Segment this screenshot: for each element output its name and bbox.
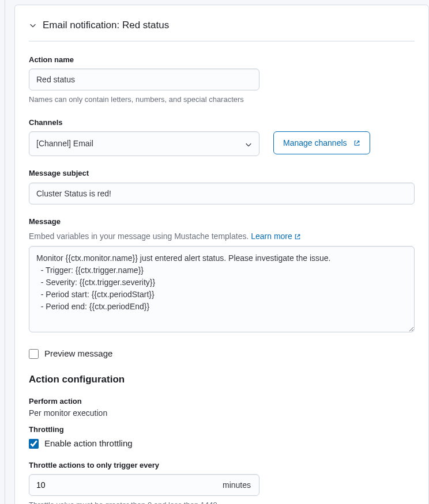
accordion-title: Email notification: Red status	[43, 18, 169, 33]
throttling-label: Throttling	[29, 424, 415, 435]
channels-select[interactable]: [Channel] Email	[29, 131, 259, 156]
chevron-down-icon	[29, 21, 37, 29]
enable-throttling-checkbox[interactable]	[29, 439, 39, 449]
message-help: Embed variables in your message using Mu…	[29, 230, 415, 242]
perform-action-value: Per monitor execution	[29, 407, 415, 419]
message-textarea[interactable]	[29, 246, 415, 332]
preview-message-label: Preview message	[44, 347, 112, 361]
divider	[29, 41, 415, 41]
throttle-interval-suffix: minutes	[215, 479, 259, 491]
action-name-label: Action name	[29, 54, 415, 66]
preview-message-row[interactable]: Preview message	[29, 347, 415, 361]
action-configuration-title: Action configuration	[29, 372, 415, 387]
message-label: Message	[29, 216, 415, 228]
message-subject-label: Message subject	[29, 168, 415, 179]
learn-more-link[interactable]: Learn more	[251, 232, 301, 241]
enable-throttling-label: Enable action throttling	[44, 437, 133, 450]
action-name-input[interactable]	[29, 69, 259, 90]
perform-action-label: Perform action	[29, 396, 415, 407]
action-name-help: Names can only contain letters, numbers,…	[29, 94, 415, 105]
throttle-interval-help: Throttle value must be greater than 0 an…	[29, 499, 415, 504]
manage-channels-button[interactable]: Manage channels	[273, 131, 370, 154]
enable-throttling-row[interactable]: Enable action throttling	[29, 437, 415, 450]
preview-message-checkbox[interactable]	[29, 349, 39, 359]
external-link-icon	[294, 233, 301, 240]
throttle-interval-input[interactable]	[29, 475, 215, 495]
manage-channels-label: Manage channels	[283, 138, 347, 147]
channels-label: Channels	[29, 117, 415, 128]
external-link-icon	[353, 139, 360, 146]
email-notification-panel: Email notification: Red status Action na…	[14, 5, 429, 504]
channels-selected-value: [Channel] Email	[36, 139, 93, 148]
throttle-interval-label: Throttle actions to only trigger every	[29, 460, 415, 471]
message-subject-input[interactable]	[29, 183, 415, 204]
accordion-toggle[interactable]: Email notification: Red status	[29, 14, 415, 41]
